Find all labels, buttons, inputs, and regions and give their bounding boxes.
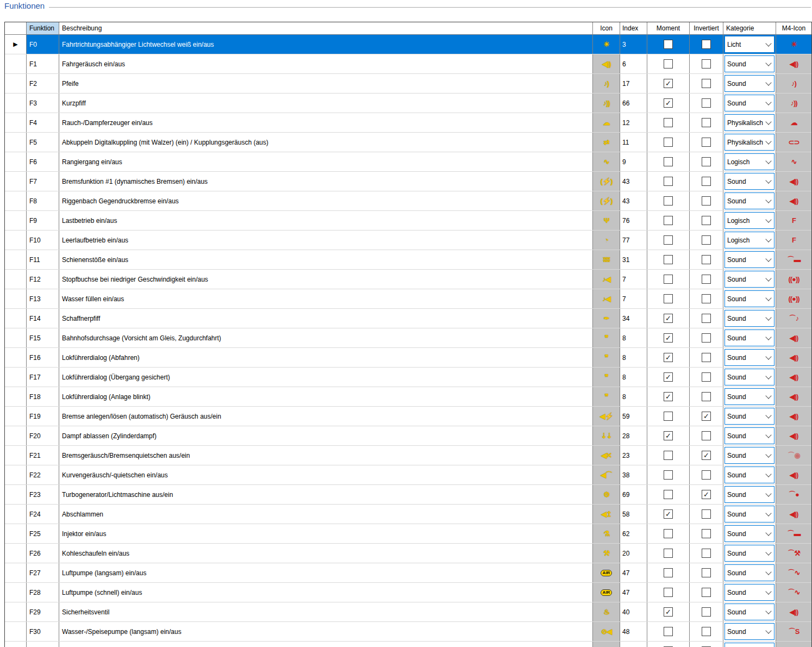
column-header-funktion[interactable]: Funktion: [27, 22, 59, 34]
index-cell[interactable]: 3: [620, 35, 647, 54]
moment-checkbox[interactable]: [664, 470, 673, 480]
m4-icon-cell[interactable]: ◀)): [776, 426, 811, 445]
m4-icon-cell[interactable]: ◀)): [776, 348, 811, 367]
funktion-cell[interactable]: F27: [27, 563, 59, 582]
moment-checkbox[interactable]: [664, 177, 673, 186]
m4-icon-cell[interactable]: ⌒●: [776, 485, 811, 504]
m4-icon-cell[interactable]: ⌒◉: [776, 446, 811, 465]
invertiert-checkbox[interactable]: [702, 59, 711, 69]
kategorie-dropdown[interactable]: Sound: [724, 192, 774, 209]
invertiert-checkbox[interactable]: [702, 470, 711, 480]
beschreibung-cell[interactable]: Riggenbach Gegendruckbremse ein/aus: [59, 191, 593, 210]
m4-icon-cell[interactable]: F: [776, 231, 811, 250]
invertiert-checkbox[interactable]: [702, 157, 711, 166]
funktion-cell[interactable]: F0: [27, 35, 59, 54]
icon-cell[interactable]: ◔: [593, 231, 620, 250]
moment-checkbox[interactable]: [664, 588, 673, 597]
funktion-cell[interactable]: F4: [27, 113, 59, 132]
m4-icon-cell[interactable]: ⌒⚒: [776, 544, 811, 563]
index-cell[interactable]: 7: [620, 270, 647, 289]
icon-cell[interactable]: ♨: [593, 602, 620, 621]
icon-cell[interactable]: ⊘◀: [593, 622, 620, 641]
invertiert-checkbox[interactable]: [702, 353, 711, 362]
row-selector-cell[interactable]: [5, 250, 27, 269]
invertiert-checkbox[interactable]: [702, 392, 711, 401]
row-selector-cell[interactable]: [5, 309, 27, 328]
row-selector-cell[interactable]: [5, 152, 27, 171]
icon-cell[interactable]: ⚒: [593, 544, 620, 563]
index-cell[interactable]: 48: [620, 622, 647, 641]
icon-cell[interactable]: ♪◀: [593, 270, 620, 289]
moment-checkbox[interactable]: [664, 275, 673, 284]
invertiert-checkbox[interactable]: [702, 294, 711, 303]
m4-icon-cell[interactable]: F: [776, 211, 811, 230]
funktion-cell[interactable]: F31: [27, 642, 59, 647]
index-cell[interactable]: 8: [620, 387, 647, 406]
kategorie-dropdown[interactable]: Sound: [724, 290, 774, 307]
row-selector-cell[interactable]: [5, 348, 27, 367]
kategorie-dropdown[interactable]: Physikalisch: [724, 114, 774, 131]
funktion-cell[interactable]: F17: [27, 368, 59, 387]
row-selector-cell[interactable]: [5, 191, 27, 210]
funktion-cell[interactable]: F21: [27, 446, 59, 465]
moment-checkbox[interactable]: [664, 216, 673, 225]
moment-checkbox[interactable]: [664, 451, 673, 460]
row-selector-cell[interactable]: [5, 505, 27, 524]
moment-checkbox[interactable]: ✓: [664, 98, 673, 108]
m4-icon-cell[interactable]: ◀)): [776, 465, 811, 484]
icon-cell[interactable]: ⊘◀: [593, 642, 620, 647]
moment-checkbox[interactable]: [664, 59, 673, 69]
beschreibung-cell[interactable]: Fahrtrichtungsabhängiger Lichtwechsel we…: [59, 35, 593, 54]
index-cell[interactable]: 9: [620, 152, 647, 171]
m4-icon-cell[interactable]: ◀)): [776, 191, 811, 210]
invertiert-checkbox[interactable]: [702, 529, 711, 538]
m4-icon-cell[interactable]: ⌒∿: [776, 563, 811, 582]
moment-checkbox[interactable]: ✓: [664, 392, 673, 401]
icon-cell[interactable]: (⚡): [593, 191, 620, 210]
kategorie-dropdown[interactable]: Sound: [724, 427, 774, 444]
beschreibung-cell[interactable]: Rangiergang ein/aus: [59, 152, 593, 171]
moment-checkbox[interactable]: [664, 235, 673, 245]
row-selector-cell[interactable]: [5, 54, 27, 73]
funktion-cell[interactable]: F2: [27, 74, 59, 93]
kategorie-dropdown[interactable]: Sound: [724, 173, 774, 190]
index-cell[interactable]: 7: [620, 289, 647, 308]
kategorie-dropdown[interactable]: Sound: [724, 447, 774, 464]
m4-icon-cell[interactable]: ⌒▬: [776, 524, 811, 543]
moment-checkbox[interactable]: [664, 196, 673, 206]
beschreibung-cell[interactable]: Leerlaufbetrieb ein/aus: [59, 231, 593, 250]
index-cell[interactable]: 38: [620, 465, 647, 484]
beschreibung-cell[interactable]: Lokführerdialog (Anlage blinkt): [59, 387, 593, 406]
index-cell[interactable]: 47: [620, 563, 647, 582]
kategorie-dropdown[interactable]: Sound: [724, 329, 774, 346]
beschreibung-cell[interactable]: Wasser-/Speisepumpe (langsam) ein/aus: [59, 622, 593, 641]
moment-checkbox[interactable]: ✓: [664, 333, 673, 343]
index-cell[interactable]: 47: [620, 583, 647, 602]
funktion-cell[interactable]: F19: [27, 407, 59, 426]
row-selector-cell[interactable]: [5, 446, 27, 465]
row-selector-cell[interactable]: [5, 465, 27, 484]
kategorie-dropdown[interactable]: Logisch: [724, 232, 774, 248]
icon-cell[interactable]: ♪): [593, 74, 620, 93]
index-cell[interactable]: 59: [620, 407, 647, 426]
moment-checkbox[interactable]: ✓: [664, 431, 673, 440]
index-cell[interactable]: 77: [620, 231, 647, 250]
moment-checkbox[interactable]: [664, 529, 673, 538]
column-header-kategorie[interactable]: Kategorie: [723, 22, 776, 34]
moment-checkbox[interactable]: [664, 255, 673, 264]
beschreibung-cell[interactable]: Bremsfunktion #1 (dynamisches Bremsen) e…: [59, 172, 593, 191]
icon-cell[interactable]: ✒: [593, 309, 620, 328]
invertiert-checkbox[interactable]: [702, 40, 711, 49]
moment-checkbox[interactable]: ✓: [664, 607, 673, 617]
icon-cell[interactable]: Ψ: [593, 211, 620, 230]
icon-cell[interactable]: ♪◀: [593, 289, 620, 308]
invertiert-checkbox[interactable]: [702, 627, 711, 636]
index-cell[interactable]: 23: [620, 446, 647, 465]
row-selector-cell[interactable]: [5, 485, 27, 504]
kategorie-dropdown[interactable]: Sound: [724, 388, 774, 405]
funktion-cell[interactable]: F9: [27, 211, 59, 230]
invertiert-checkbox[interactable]: [702, 98, 711, 108]
kategorie-dropdown[interactable]: Sound: [724, 369, 774, 385]
m4-icon-cell[interactable]: ⊂⊃: [776, 133, 811, 152]
index-cell[interactable]: 43: [620, 191, 647, 210]
